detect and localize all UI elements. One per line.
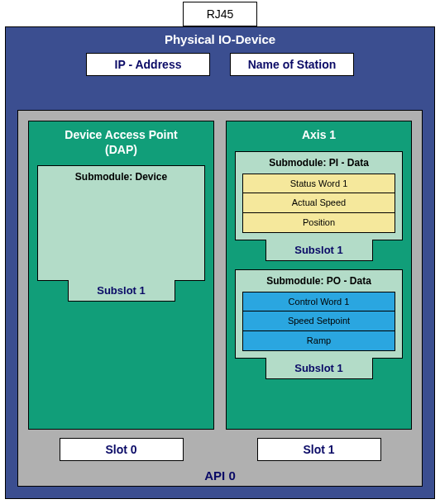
- api-0-container: Device Access Point (DAP) Submodule: Dev…: [17, 110, 423, 487]
- po-submodule: Submodule: PO - Data Control Word 1 Spee…: [235, 269, 403, 359]
- station-name-box: Name of Station: [230, 53, 354, 76]
- axis-title: Axis 1: [227, 121, 411, 151]
- dap-submodule-title: Submodule: Device: [45, 171, 198, 183]
- axis-module: Axis 1 Submodule: PI - Data Status Word …: [226, 121, 412, 430]
- pi-row-speed: Actual Speed: [242, 193, 395, 213]
- ip-address-box: IP - Address: [86, 53, 210, 76]
- po-rows: Control Word 1 Speed Setpoint Ramp: [242, 292, 395, 351]
- api-label: API 0: [204, 468, 236, 483]
- dap-submodule-wrap: Submodule: Device Subslot 1: [37, 165, 205, 302]
- top-config-row: IP - Address Name of Station: [6, 53, 434, 76]
- pi-row-position: Position: [242, 213, 395, 233]
- dap-title-line1: Device Access Point: [65, 128, 177, 141]
- pi-submodule-wrap: Submodule: PI - Data Status Word 1 Actua…: [235, 151, 403, 261]
- pi-rows: Status Word 1 Actual Speed Position: [242, 174, 395, 233]
- physical-io-title: Physical IO-Device: [6, 27, 434, 50]
- dap-module: Device Access Point (DAP) Submodule: Dev…: [28, 121, 214, 430]
- slots-row: Device Access Point (DAP) Submodule: Dev…: [28, 121, 412, 461]
- dap-column: Device Access Point (DAP) Submodule: Dev…: [28, 121, 214, 461]
- pi-submodule-title: Submodule: PI - Data: [242, 157, 395, 169]
- po-row-ramp: Ramp: [242, 331, 395, 351]
- po-row-setpoint: Speed Setpoint: [242, 311, 395, 331]
- po-subslot-label: Subslot 1: [265, 358, 373, 379]
- axis-column: Axis 1 Submodule: PI - Data Status Word …: [226, 121, 412, 461]
- slot-1-label: Slot 1: [257, 438, 381, 461]
- dap-title: Device Access Point (DAP): [29, 121, 213, 165]
- dap-subslot-label: Subslot 1: [68, 280, 175, 302]
- po-submodule-wrap: Submodule: PO - Data Control Word 1 Spee…: [235, 269, 403, 379]
- physical-io-device: Physical IO-Device IP - Address Name of …: [5, 26, 435, 499]
- rj45-connector: RJ45: [183, 2, 257, 26]
- pi-subslot-label: Subslot 1: [265, 240, 373, 261]
- dap-submodule: Submodule: Device: [37, 165, 205, 281]
- pi-row-status: Status Word 1: [242, 174, 395, 193]
- po-submodule-title: Submodule: PO - Data: [242, 275, 395, 287]
- pi-submodule: Submodule: PI - Data Status Word 1 Actua…: [235, 151, 403, 240]
- po-row-control: Control Word 1: [242, 292, 395, 311]
- slot-0-label: Slot 0: [60, 438, 184, 461]
- dap-title-line2: (DAP): [105, 143, 137, 156]
